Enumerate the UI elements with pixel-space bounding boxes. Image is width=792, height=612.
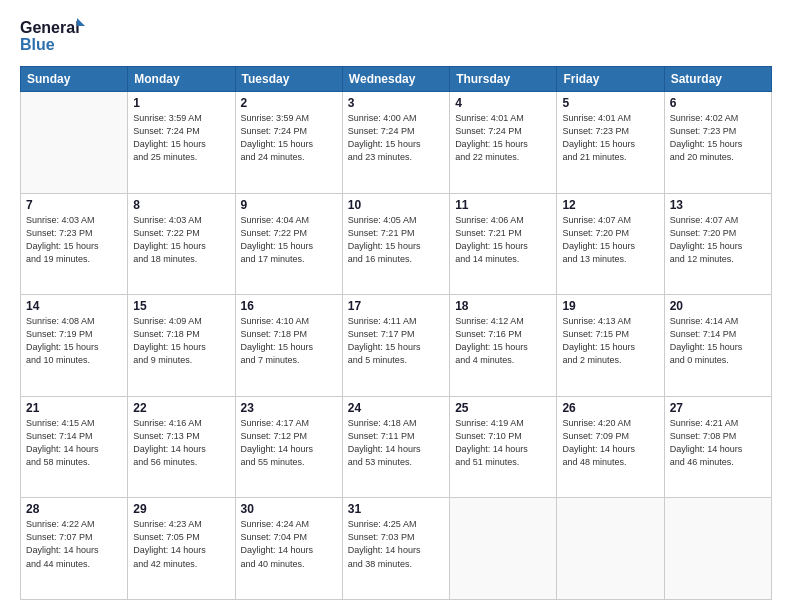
day-info: Sunrise: 4:16 AM Sunset: 7:13 PM Dayligh… xyxy=(133,417,229,469)
day-number: 15 xyxy=(133,299,229,313)
calendar-week-3: 21Sunrise: 4:15 AM Sunset: 7:14 PM Dayli… xyxy=(21,396,772,498)
calendar-header-row: SundayMondayTuesdayWednesdayThursdayFrid… xyxy=(21,67,772,92)
day-info: Sunrise: 4:09 AM Sunset: 7:18 PM Dayligh… xyxy=(133,315,229,367)
calendar-cell: 13Sunrise: 4:07 AM Sunset: 7:20 PM Dayli… xyxy=(664,193,771,295)
day-number: 25 xyxy=(455,401,551,415)
calendar-cell xyxy=(21,92,128,194)
day-info: Sunrise: 4:00 AM Sunset: 7:24 PM Dayligh… xyxy=(348,112,444,164)
calendar-cell: 30Sunrise: 4:24 AM Sunset: 7:04 PM Dayli… xyxy=(235,498,342,600)
day-number: 13 xyxy=(670,198,766,212)
calendar-cell xyxy=(450,498,557,600)
day-number: 5 xyxy=(562,96,658,110)
svg-text:General: General xyxy=(20,19,80,36)
calendar-cell: 27Sunrise: 4:21 AM Sunset: 7:08 PM Dayli… xyxy=(664,396,771,498)
day-info: Sunrise: 4:01 AM Sunset: 7:24 PM Dayligh… xyxy=(455,112,551,164)
day-header-wednesday: Wednesday xyxy=(342,67,449,92)
day-info: Sunrise: 4:02 AM Sunset: 7:23 PM Dayligh… xyxy=(670,112,766,164)
calendar-cell: 18Sunrise: 4:12 AM Sunset: 7:16 PM Dayli… xyxy=(450,295,557,397)
day-number: 14 xyxy=(26,299,122,313)
calendar-cell: 1Sunrise: 3:59 AM Sunset: 7:24 PM Daylig… xyxy=(128,92,235,194)
calendar-cell: 2Sunrise: 3:59 AM Sunset: 7:24 PM Daylig… xyxy=(235,92,342,194)
day-info: Sunrise: 4:01 AM Sunset: 7:23 PM Dayligh… xyxy=(562,112,658,164)
day-info: Sunrise: 4:23 AM Sunset: 7:05 PM Dayligh… xyxy=(133,518,229,570)
day-number: 16 xyxy=(241,299,337,313)
day-number: 20 xyxy=(670,299,766,313)
day-header-monday: Monday xyxy=(128,67,235,92)
day-info: Sunrise: 4:24 AM Sunset: 7:04 PM Dayligh… xyxy=(241,518,337,570)
day-number: 24 xyxy=(348,401,444,415)
day-info: Sunrise: 4:20 AM Sunset: 7:09 PM Dayligh… xyxy=(562,417,658,469)
logo: GeneralBlue xyxy=(20,16,92,56)
day-info: Sunrise: 4:19 AM Sunset: 7:10 PM Dayligh… xyxy=(455,417,551,469)
day-header-saturday: Saturday xyxy=(664,67,771,92)
day-number: 8 xyxy=(133,198,229,212)
calendar-cell xyxy=(664,498,771,600)
calendar-cell: 7Sunrise: 4:03 AM Sunset: 7:23 PM Daylig… xyxy=(21,193,128,295)
day-number: 19 xyxy=(562,299,658,313)
calendar-week-4: 28Sunrise: 4:22 AM Sunset: 7:07 PM Dayli… xyxy=(21,498,772,600)
day-info: Sunrise: 4:13 AM Sunset: 7:15 PM Dayligh… xyxy=(562,315,658,367)
day-info: Sunrise: 4:03 AM Sunset: 7:23 PM Dayligh… xyxy=(26,214,122,266)
day-number: 28 xyxy=(26,502,122,516)
day-number: 9 xyxy=(241,198,337,212)
day-info: Sunrise: 4:10 AM Sunset: 7:18 PM Dayligh… xyxy=(241,315,337,367)
day-info: Sunrise: 4:21 AM Sunset: 7:08 PM Dayligh… xyxy=(670,417,766,469)
day-info: Sunrise: 4:12 AM Sunset: 7:16 PM Dayligh… xyxy=(455,315,551,367)
calendar-cell: 15Sunrise: 4:09 AM Sunset: 7:18 PM Dayli… xyxy=(128,295,235,397)
day-number: 23 xyxy=(241,401,337,415)
calendar-cell: 16Sunrise: 4:10 AM Sunset: 7:18 PM Dayli… xyxy=(235,295,342,397)
day-number: 3 xyxy=(348,96,444,110)
calendar-week-0: 1Sunrise: 3:59 AM Sunset: 7:24 PM Daylig… xyxy=(21,92,772,194)
day-number: 7 xyxy=(26,198,122,212)
svg-marker-2 xyxy=(77,18,85,26)
svg-text:Blue: Blue xyxy=(20,36,55,53)
day-number: 30 xyxy=(241,502,337,516)
calendar-cell xyxy=(557,498,664,600)
calendar-week-1: 7Sunrise: 4:03 AM Sunset: 7:23 PM Daylig… xyxy=(21,193,772,295)
calendar-cell: 9Sunrise: 4:04 AM Sunset: 7:22 PM Daylig… xyxy=(235,193,342,295)
day-number: 27 xyxy=(670,401,766,415)
calendar-cell: 26Sunrise: 4:20 AM Sunset: 7:09 PM Dayli… xyxy=(557,396,664,498)
calendar-cell: 12Sunrise: 4:07 AM Sunset: 7:20 PM Dayli… xyxy=(557,193,664,295)
day-number: 6 xyxy=(670,96,766,110)
day-info: Sunrise: 4:03 AM Sunset: 7:22 PM Dayligh… xyxy=(133,214,229,266)
day-number: 31 xyxy=(348,502,444,516)
calendar-cell: 3Sunrise: 4:00 AM Sunset: 7:24 PM Daylig… xyxy=(342,92,449,194)
day-info: Sunrise: 3:59 AM Sunset: 7:24 PM Dayligh… xyxy=(133,112,229,164)
day-info: Sunrise: 4:11 AM Sunset: 7:17 PM Dayligh… xyxy=(348,315,444,367)
day-number: 29 xyxy=(133,502,229,516)
day-number: 4 xyxy=(455,96,551,110)
calendar-cell: 29Sunrise: 4:23 AM Sunset: 7:05 PM Dayli… xyxy=(128,498,235,600)
day-number: 17 xyxy=(348,299,444,313)
day-info: Sunrise: 4:07 AM Sunset: 7:20 PM Dayligh… xyxy=(670,214,766,266)
day-info: Sunrise: 4:22 AM Sunset: 7:07 PM Dayligh… xyxy=(26,518,122,570)
calendar-cell: 23Sunrise: 4:17 AM Sunset: 7:12 PM Dayli… xyxy=(235,396,342,498)
day-number: 21 xyxy=(26,401,122,415)
day-number: 12 xyxy=(562,198,658,212)
day-info: Sunrise: 3:59 AM Sunset: 7:24 PM Dayligh… xyxy=(241,112,337,164)
day-info: Sunrise: 4:05 AM Sunset: 7:21 PM Dayligh… xyxy=(348,214,444,266)
calendar-cell: 8Sunrise: 4:03 AM Sunset: 7:22 PM Daylig… xyxy=(128,193,235,295)
day-header-thursday: Thursday xyxy=(450,67,557,92)
calendar-cell: 17Sunrise: 4:11 AM Sunset: 7:17 PM Dayli… xyxy=(342,295,449,397)
day-number: 1 xyxy=(133,96,229,110)
calendar-cell: 10Sunrise: 4:05 AM Sunset: 7:21 PM Dayli… xyxy=(342,193,449,295)
calendar-cell: 28Sunrise: 4:22 AM Sunset: 7:07 PM Dayli… xyxy=(21,498,128,600)
day-number: 22 xyxy=(133,401,229,415)
calendar-body: 1Sunrise: 3:59 AM Sunset: 7:24 PM Daylig… xyxy=(21,92,772,600)
day-header-friday: Friday xyxy=(557,67,664,92)
calendar-cell: 6Sunrise: 4:02 AM Sunset: 7:23 PM Daylig… xyxy=(664,92,771,194)
day-info: Sunrise: 4:15 AM Sunset: 7:14 PM Dayligh… xyxy=(26,417,122,469)
day-info: Sunrise: 4:14 AM Sunset: 7:14 PM Dayligh… xyxy=(670,315,766,367)
calendar-cell: 21Sunrise: 4:15 AM Sunset: 7:14 PM Dayli… xyxy=(21,396,128,498)
calendar-cell: 4Sunrise: 4:01 AM Sunset: 7:24 PM Daylig… xyxy=(450,92,557,194)
day-header-sunday: Sunday xyxy=(21,67,128,92)
calendar-cell: 22Sunrise: 4:16 AM Sunset: 7:13 PM Dayli… xyxy=(128,396,235,498)
day-info: Sunrise: 4:08 AM Sunset: 7:19 PM Dayligh… xyxy=(26,315,122,367)
calendar-cell: 20Sunrise: 4:14 AM Sunset: 7:14 PM Dayli… xyxy=(664,295,771,397)
day-info: Sunrise: 4:18 AM Sunset: 7:11 PM Dayligh… xyxy=(348,417,444,469)
day-number: 26 xyxy=(562,401,658,415)
day-info: Sunrise: 4:04 AM Sunset: 7:22 PM Dayligh… xyxy=(241,214,337,266)
calendar-cell: 14Sunrise: 4:08 AM Sunset: 7:19 PM Dayli… xyxy=(21,295,128,397)
day-header-tuesday: Tuesday xyxy=(235,67,342,92)
